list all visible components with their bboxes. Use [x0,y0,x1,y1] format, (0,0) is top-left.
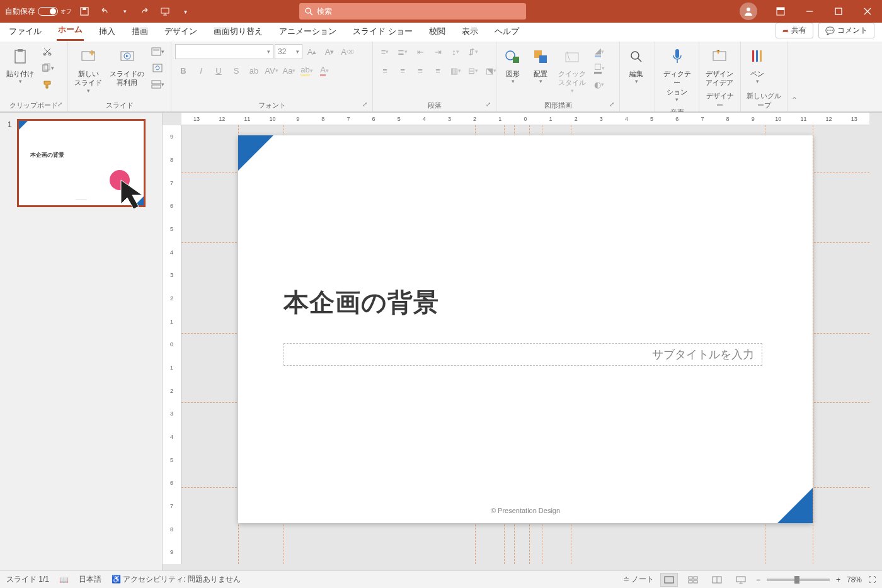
design-ideas-button[interactable]: デザイン アイデア [703,44,736,90]
undo-button[interactable] [97,4,112,19]
maximize-button[interactable] [824,0,853,23]
slideshow-view-button[interactable] [732,573,750,587]
tab-design[interactable]: デザイン [163,23,198,41]
shapes-button[interactable]: 図形▾ [500,44,525,88]
tab-draw[interactable]: 描画 [130,23,149,41]
tab-insert[interactable]: 挿入 [98,23,117,41]
bold-button[interactable]: B [175,63,192,78]
grow-font-button[interactable]: A▴ [304,44,320,59]
clear-formatting-button[interactable]: A⌫ [339,44,355,59]
underline-button[interactable]: U [210,63,227,78]
strikethrough-button[interactable]: S [228,63,244,78]
close-button[interactable] [853,0,882,23]
char-spacing-button[interactable]: AV▾ [263,63,280,78]
text-direction-button[interactable]: ⇵▾ [465,44,481,59]
font-launcher[interactable]: ⤢ [362,101,367,108]
group-slides: 新しい スライド▾ スライドの 再利用 ▾ ▾ スライド [68,42,171,111]
align-text-button[interactable]: ⊟▾ [465,63,481,78]
clipboard-launcher[interactable]: ⤢ [57,101,62,108]
qat-customize[interactable]: ▾ [178,4,193,19]
smartart-button[interactable]: ⬔▾ [483,63,499,78]
horizontal-ruler[interactable]: 13121110987654321012345678910111213 [181,113,869,125]
line-spacing-button[interactable]: ↕▾ [447,44,464,59]
cut-button[interactable] [39,44,55,59]
notes-button[interactable]: ≐ ノート [623,574,654,585]
tab-transitions[interactable]: 画面切り替え [212,23,264,41]
comments-button[interactable]: 💬コメント [818,23,874,38]
minimize-button[interactable] [795,0,824,23]
tab-view[interactable]: 表示 [461,23,479,41]
copy-button[interactable]: ▾ [39,60,55,76]
italic-button[interactable]: I [193,63,209,78]
paste-button[interactable]: 貼り付け▾ [4,44,37,88]
justify-button[interactable]: ≡ [430,63,446,78]
search-box[interactable]: 検索 [299,3,526,20]
accessibility-indicator[interactable]: ♿ アクセシビリティ: 問題ありません [112,574,241,585]
editing-button[interactable]: 編集▾ [624,44,649,88]
slide-thumbnail-1[interactable]: 本企画の背景 ───── [17,119,146,207]
autosave-toggle[interactable]: 自動保存 オフ [5,6,72,17]
zoom-slider[interactable] [767,579,830,581]
slide-indicator[interactable]: スライド 1/1 [6,574,49,585]
numbering-button[interactable]: ≣▾ [394,44,411,59]
align-right-button[interactable]: ≡ [412,63,428,78]
save-button[interactable] [77,4,92,19]
ribbon-display-button[interactable] [766,0,795,23]
dictate-button[interactable]: ディクテー ション▾ [659,44,695,106]
tab-review[interactable]: 校閲 [428,23,447,41]
shape-outline-button[interactable]: ☐▾ [591,60,607,76]
sorter-view-button[interactable] [684,573,702,587]
tab-file[interactable]: ファイル [8,23,43,41]
slide-canvas[interactable]: 本企画の背景 サブタイトルを入力 © Presentation Design [238,135,813,523]
font-name-combo[interactable]: ▾ [175,44,273,59]
align-left-button[interactable]: ≡ [377,63,393,78]
layout-button[interactable]: ▾ [149,44,166,59]
vertical-ruler[interactable]: 9876543210123456789 [163,125,181,564]
undo-dropdown[interactable]: ▾ [117,4,132,19]
tab-help[interactable]: ヘルプ [493,23,520,41]
quick-styles-button[interactable]: クイック スタイル▾ [556,44,588,97]
tab-slideshow[interactable]: スライド ショー [352,23,414,41]
font-size-combo[interactable]: 32▾ [275,44,302,59]
collapse-ribbon-button[interactable]: ˆ [788,42,801,111]
redo-button[interactable] [137,4,152,19]
paragraph-launcher[interactable]: ⤢ [486,101,491,108]
tab-home[interactable]: ホーム [57,21,84,41]
section-button[interactable]: ▾ [149,77,166,92]
increase-indent-button[interactable]: ⇥ [430,44,446,59]
new-slide-button[interactable]: 新しい スライド▾ [72,44,105,97]
decrease-indent-button[interactable]: ⇤ [412,44,428,59]
account-button[interactable] [740,3,757,20]
bullets-button[interactable]: ≡▾ [377,44,393,59]
normal-view-button[interactable] [660,573,678,587]
canvas[interactable]: 本企画の背景 サブタイトルを入力 © Presentation Design [181,125,869,564]
arrange-button[interactable]: 配置▾ [528,44,553,88]
reuse-slides-button[interactable]: スライドの 再利用 [107,44,147,90]
shrink-font-button[interactable]: A▾ [321,44,338,59]
fit-to-window-button[interactable]: ⛶ [868,575,876,584]
zoom-out-button[interactable]: − [756,575,760,584]
format-painter-button[interactable] [39,77,55,92]
slide-thumbnails-panel[interactable]: 1 本企画の背景 ───── [0,113,163,570]
shape-fill-button[interactable]: ◢▾ [591,44,607,59]
subtitle-placeholder[interactable]: サブタイトルを入力 [284,343,762,366]
zoom-level[interactable]: 78% [847,575,862,584]
reading-view-button[interactable] [708,573,726,587]
title-textbox[interactable]: 本企画の背景 [284,285,439,320]
shadow-button[interactable]: ab [246,63,262,78]
columns-button[interactable]: ▥▾ [447,63,464,78]
change-case-button[interactable]: Aa▾ [281,63,297,78]
highlight-button[interactable]: ab▾ [299,63,315,78]
present-from-start-button[interactable] [158,4,173,19]
reset-button[interactable] [149,60,166,76]
share-button[interactable]: ➦共有 [776,23,813,38]
align-center-button[interactable]: ≡ [394,63,411,78]
drawing-launcher[interactable]: ⤢ [609,101,614,108]
spellcheck-icon[interactable]: 📖 [59,575,69,584]
tab-animations[interactable]: アニメーション [278,23,338,41]
pen-button[interactable]: ペン▾ [745,44,770,88]
font-color-button[interactable]: A▾ [316,63,333,78]
zoom-in-button[interactable]: + [836,575,840,584]
shape-effects-button[interactable]: ◐▾ [591,77,607,92]
language-indicator[interactable]: 日本語 [79,574,101,585]
